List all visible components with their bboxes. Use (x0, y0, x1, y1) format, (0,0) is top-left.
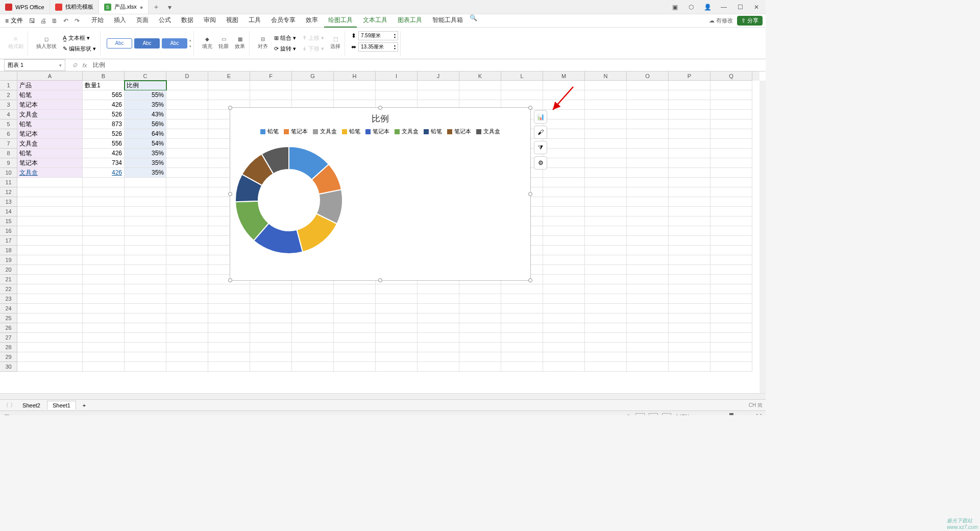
cell[interactable] (710, 275, 752, 284)
cell[interactable] (250, 343, 292, 352)
row-header[interactable]: 25 (0, 313, 17, 323)
cell[interactable] (83, 255, 125, 265)
cell[interactable] (501, 352, 543, 362)
cell[interactable] (669, 207, 710, 216)
cell[interactable] (125, 343, 166, 352)
cell[interactable] (83, 197, 125, 207)
cell[interactable] (83, 187, 125, 197)
search-fn-icon[interactable]: ⊙ (69, 62, 80, 68)
cell[interactable] (585, 119, 627, 129)
cell[interactable] (166, 207, 208, 216)
cell[interactable] (83, 323, 125, 333)
chart-title[interactable]: 比例 (230, 108, 530, 128)
cell[interactable] (418, 294, 459, 304)
resize-handle[interactable] (228, 278, 232, 282)
cell[interactable] (125, 216, 166, 226)
cell[interactable] (125, 284, 166, 294)
cell[interactable]: 55% (125, 90, 166, 100)
cell[interactable] (418, 333, 459, 343)
cell[interactable] (585, 158, 627, 168)
col-header[interactable]: H (334, 71, 376, 81)
col-header[interactable]: E (208, 71, 250, 81)
menu-data[interactable]: 数据 (177, 14, 198, 28)
cell[interactable] (17, 313, 83, 323)
cell[interactable] (166, 343, 208, 352)
cell[interactable] (543, 275, 585, 284)
cell[interactable] (125, 226, 166, 236)
close-button[interactable]: ✕ (751, 4, 762, 11)
col-header[interactable]: C (125, 71, 166, 81)
chart-elements-icon[interactable]: 📊 (534, 110, 547, 124)
col-header[interactable]: D (166, 71, 208, 81)
cell[interactable] (585, 246, 627, 255)
cell[interactable] (166, 362, 208, 372)
cell[interactable] (125, 197, 166, 207)
cell[interactable] (418, 323, 459, 333)
cell[interactable] (585, 178, 627, 187)
cell[interactable]: 734 (83, 158, 125, 168)
row-header[interactable]: 23 (0, 294, 17, 304)
cell[interactable] (585, 343, 627, 352)
cell[interactable] (627, 129, 669, 139)
cell[interactable] (627, 362, 669, 372)
cell[interactable] (125, 178, 166, 187)
cell[interactable] (543, 362, 585, 372)
cell[interactable] (585, 255, 627, 265)
menu-formula[interactable]: 公式 (155, 14, 175, 28)
row-header[interactable]: 11 (0, 178, 17, 187)
cell[interactable]: 文具盒 (17, 139, 83, 149)
cell[interactable] (543, 304, 585, 313)
cell[interactable]: 产品 (17, 81, 83, 90)
move-up-button[interactable]: ↟ 上移 ▾ (300, 33, 326, 43)
cell[interactable] (292, 81, 334, 90)
cell[interactable] (585, 197, 627, 207)
cell[interactable] (250, 90, 292, 100)
cell[interactable] (17, 226, 83, 236)
zoom-out[interactable]: − (694, 414, 697, 416)
edit-shape-button[interactable]: ✎ 编辑形状 ▾ (61, 44, 98, 54)
cell[interactable] (250, 352, 292, 362)
cell[interactable] (250, 304, 292, 313)
cell[interactable] (125, 275, 166, 284)
row-header[interactable]: 6 (0, 129, 17, 139)
cell[interactable] (627, 168, 669, 178)
menu-draw-tools[interactable]: 绘图工具 (324, 14, 357, 28)
cell[interactable] (418, 284, 459, 294)
undo-icon[interactable]: ↶ (62, 17, 70, 25)
cell[interactable] (292, 343, 334, 352)
cell[interactable] (83, 352, 125, 362)
cell[interactable] (125, 352, 166, 362)
cell[interactable] (710, 158, 752, 168)
chart-plot-area[interactable] (230, 141, 348, 259)
cell[interactable] (543, 343, 585, 352)
cell[interactable] (166, 168, 208, 178)
row-header[interactable]: 24 (0, 304, 17, 313)
cell[interactable] (627, 207, 669, 216)
zoom-value[interactable]: 145% (675, 414, 690, 416)
cell[interactable] (83, 207, 125, 216)
cell[interactable] (166, 236, 208, 246)
cell[interactable] (669, 81, 710, 90)
cell[interactable] (710, 226, 752, 236)
cell[interactable] (627, 158, 669, 168)
cell[interactable] (292, 304, 334, 313)
cell[interactable] (501, 284, 543, 294)
cell[interactable] (250, 333, 292, 343)
legend-item[interactable]: 笔记本 (447, 128, 471, 135)
cell[interactable] (710, 197, 752, 207)
cell[interactable] (627, 197, 669, 207)
tab-document[interactable]: S 产品.xlsx ● (99, 0, 149, 14)
tab-wps-office[interactable]: WPS Office (0, 0, 50, 14)
cell[interactable] (669, 119, 710, 129)
cell[interactable] (585, 294, 627, 304)
row-header[interactable]: 19 (0, 255, 17, 265)
cell[interactable] (83, 265, 125, 275)
tab-template[interactable]: 找稻壳模板 (50, 0, 99, 14)
cell[interactable] (166, 265, 208, 275)
panel-icon[interactable]: ▣ (670, 4, 680, 11)
cell[interactable] (669, 255, 710, 265)
row-header[interactable]: 13 (0, 197, 17, 207)
tab-dropdown[interactable]: ▾ (164, 0, 176, 14)
cell[interactable] (627, 284, 669, 294)
cell[interactable] (627, 255, 669, 265)
